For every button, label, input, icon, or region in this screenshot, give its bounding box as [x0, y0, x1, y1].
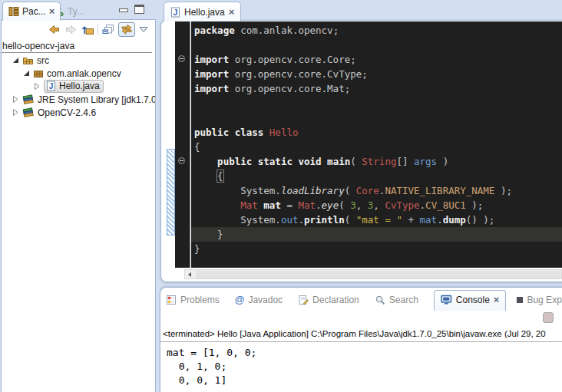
tab-javadoc[interactable]: @Javadoc — [235, 295, 283, 305]
code-line-5[interactable]: import org.opencv.core.Mat; — [191, 81, 562, 96]
selected-item-highlight[interactable]: JHello.java — [44, 80, 104, 93]
package-explorer-icon — [8, 6, 19, 17]
scrollbar-thumb[interactable] — [196, 271, 560, 278]
code-token: import — [194, 83, 235, 94]
code-line-15[interactable]: } — [191, 227, 562, 242]
close-icon[interactable]: × — [494, 296, 500, 304]
java-file-icon: J — [170, 7, 180, 18]
chevron-expanded-icon[interactable] — [23, 70, 30, 77]
console-status-line: <terminated> Hello [Java Application] C:… — [163, 329, 562, 338]
code-line-3[interactable]: import org.opencv.core.Core; — [191, 52, 562, 67]
code-token: () ); — [466, 214, 495, 226]
collapse-all-button[interactable] — [101, 23, 115, 37]
project-root-label[interactable]: hello-opencv-java — [2, 41, 74, 51]
up-button[interactable] — [81, 23, 94, 37]
problems-icon — [166, 295, 177, 305]
fold-collapse-icon[interactable] — [178, 157, 185, 164]
tab-search[interactable]: Search — [375, 295, 418, 305]
declaration-icon — [298, 295, 309, 305]
tree-item-label: OpenCV-2.4.6 — [38, 107, 96, 118]
tree-item-opencv-2-4-6[interactable]: OpenCV-2.4.6 — [2, 106, 96, 119]
code-token: System. — [194, 185, 281, 196]
code-token: = — [281, 199, 299, 211]
view-menu-button[interactable] — [138, 23, 149, 37]
chevron-expanded-icon[interactable] — [12, 57, 19, 64]
chevron-collapsed-icon[interactable] — [34, 83, 41, 90]
minimize-button[interactable] — [119, 8, 128, 12]
code-line-2[interactable] — [191, 38, 562, 52]
close-icon[interactable]: × — [229, 8, 235, 16]
link-with-editor-button[interactable] — [118, 22, 135, 37]
code-token: CvType — [385, 199, 419, 211]
tab-label: Console — [456, 295, 490, 305]
tree-item-label: com.anlak.opencv — [47, 68, 121, 79]
code-line-8[interactable]: public class Hello — [191, 125, 562, 140]
tab-label: Bug Explorer — [527, 295, 562, 305]
code-line-7[interactable] — [191, 110, 562, 125]
console-output-line: 0, 1, 0; — [167, 360, 256, 374]
code-line-11[interactable]: { — [191, 169, 562, 183]
code-line-13[interactable]: Mat mat = Mat.eye( 3, 3, CvType.CV_8UC1 … — [191, 198, 562, 212]
code-token: main — [327, 156, 350, 167]
tab-package-explorer[interactable]: Pac... × — [2, 2, 61, 21]
code-token: ) — [437, 156, 448, 167]
tree-item-jre-system-library-jdk1-7-0-25[interactable]: JRE System Library [jdk1.7.0_25] — [2, 93, 155, 106]
code-token: { — [194, 141, 200, 153]
tab-hello-java[interactable]: J Hello.java × — [164, 2, 241, 21]
back-button[interactable] — [47, 23, 61, 37]
terminate-button[interactable] — [543, 312, 554, 323]
chevron-collapsed-icon[interactable] — [12, 109, 19, 116]
tree-item-label: Hello.java — [59, 81, 100, 91]
package-icon — [33, 69, 44, 78]
code-token: println — [304, 214, 345, 226]
eclipse-ide-window: { "left_panel": { "tabs": [ { "label": "… — [0, 0, 562, 392]
code-token: } — [194, 229, 223, 240]
code-line-1[interactable]: package com.anlak.opencv; — [191, 23, 562, 38]
code-line-10[interactable]: public static void main( String[] args ) — [191, 154, 562, 169]
code-token: . — [316, 199, 322, 211]
code-token: "mat = " — [356, 214, 402, 226]
code-line-6[interactable] — [191, 96, 562, 110]
code-token: String — [362, 156, 396, 167]
code-line-16[interactable]: } — [191, 242, 562, 256]
code-token: ); — [466, 199, 484, 211]
code-token: CV_8UC1 — [425, 199, 466, 211]
svg-text:J: J — [174, 8, 178, 17]
code-token: ( — [339, 199, 350, 211]
tree-item-hello-java[interactable]: JHello.java — [2, 80, 104, 93]
project-separator — [2, 52, 152, 53]
console-output-line: 0, 0, 1] — [167, 374, 256, 387]
close-icon[interactable]: × — [49, 8, 55, 15]
bottom-view-tabs: Problems@JavadocDeclarationSearchConsole… — [166, 289, 562, 311]
tree-item-src[interactable]: src — [2, 54, 49, 67]
tree-item-com-anlak-opencv[interactable]: com.anlak.opencv — [2, 67, 121, 80]
tab-problems[interactable]: Problems — [166, 295, 220, 305]
tab-bug-explorer[interactable]: Bug Explorer — [517, 295, 562, 305]
search-icon — [375, 295, 385, 305]
scroll-left-arrow-icon[interactable] — [188, 272, 191, 277]
code-token: NATIVE_LIBRARY_NAME — [385, 185, 494, 196]
tab-console[interactable]: Console× — [434, 290, 507, 311]
tree-item-label: JRE System Library [jdk1.7.0_25] — [38, 94, 155, 105]
code-token: org.opencv.core.CvType; — [235, 68, 368, 80]
horizontal-scrollbar[interactable] — [184, 269, 562, 279]
forward-button[interactable] — [64, 23, 78, 37]
chevron-collapsed-icon[interactable] — [12, 96, 19, 103]
code-line-9[interactable]: { — [191, 140, 562, 154]
code-token: dump — [443, 214, 466, 226]
range-indicator — [167, 149, 175, 236]
code-token: , — [356, 199, 368, 211]
code-line-12[interactable]: System.loadLibrary( Core.NATIVE_LIBRARY_… — [191, 183, 562, 198]
fold-collapse-icon[interactable] — [178, 55, 185, 62]
code-token: System. — [194, 214, 281, 226]
maximize-button[interactable] — [134, 5, 144, 14]
console-output[interactable]: mat = [1, 0, 0; 0, 1, 0; 0, 0, 1] — [167, 346, 256, 387]
code-token: eye — [322, 199, 339, 211]
library-icon — [22, 94, 35, 105]
code-line-14[interactable]: System.out.println( "mat = " + mat.dump(… — [191, 212, 562, 227]
tab-declaration[interactable]: Declaration — [298, 295, 359, 305]
code-token: Hello — [269, 127, 299, 138]
code-editor[interactable]: package com.anlak.opencv;import org.open… — [191, 21, 562, 268]
code-line-4[interactable]: import org.opencv.core.CvType; — [191, 67, 562, 81]
code-token: { — [217, 170, 223, 182]
